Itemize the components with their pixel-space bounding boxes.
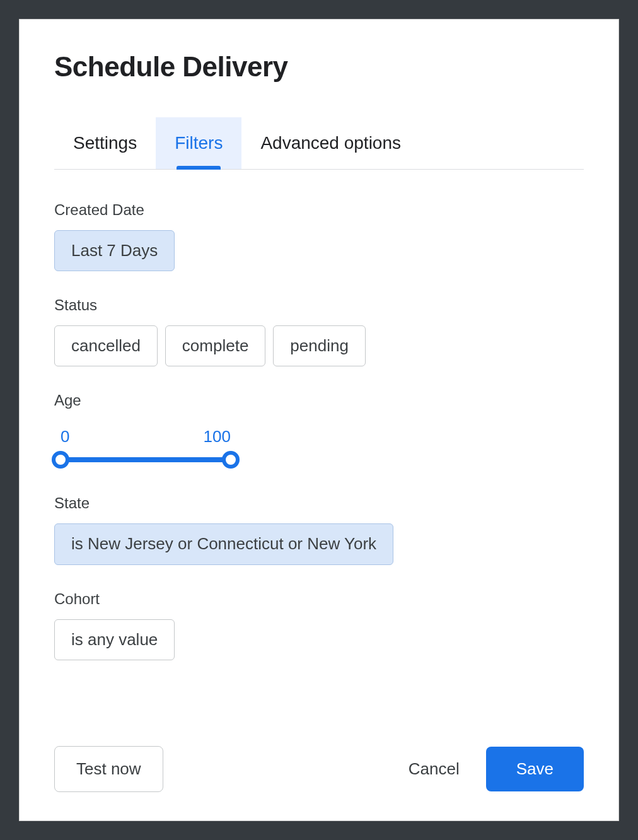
chip-row: is New Jersey or Connecticut or New York [54, 523, 584, 564]
slider-handle-min[interactable] [52, 451, 69, 469]
filter-cohort: Cohort is any value [54, 590, 584, 660]
slider-max-label: 100 [204, 427, 231, 446]
filter-label: Cohort [54, 590, 584, 608]
tabs: Settings Filters Advanced options [54, 117, 584, 170]
tab-advanced-options[interactable]: Advanced options [241, 117, 420, 169]
age-range-slider[interactable]: 0 100 [54, 421, 237, 469]
chip-status-complete[interactable]: complete [165, 325, 266, 366]
slider-values: 0 100 [61, 427, 231, 446]
chip-row: cancelled complete pending [54, 325, 584, 366]
modal-footer: Test now Cancel Save [54, 746, 584, 792]
filter-label: State [54, 494, 584, 512]
filter-label: Status [54, 296, 584, 314]
chip-state[interactable]: is New Jersey or Connecticut or New York [54, 523, 393, 564]
filters-panel: Created Date Last 7 Days Status cancelle… [54, 170, 584, 746]
filter-age: Age 0 100 [54, 392, 584, 469]
slider-track [61, 450, 231, 469]
filter-created-date: Created Date Last 7 Days [54, 201, 584, 271]
modal-title: Schedule Delivery [54, 51, 584, 83]
slider-handle-max[interactable] [222, 451, 240, 469]
slider-min-label: 0 [61, 427, 69, 446]
schedule-delivery-modal: Schedule Delivery Settings Filters Advan… [19, 19, 619, 821]
cancel-button[interactable]: Cancel [401, 747, 467, 791]
chip-created-date[interactable]: Last 7 Days [54, 230, 175, 271]
save-button[interactable]: Save [486, 747, 584, 791]
filter-state: State is New Jersey or Connecticut or Ne… [54, 494, 584, 564]
slider-fill [61, 457, 231, 462]
chip-row: is any value [54, 619, 584, 660]
chip-cohort[interactable]: is any value [54, 619, 175, 660]
test-now-button[interactable]: Test now [54, 746, 163, 792]
chip-status-cancelled[interactable]: cancelled [54, 325, 158, 366]
chip-row: Last 7 Days [54, 230, 584, 271]
tab-filters[interactable]: Filters [156, 117, 241, 169]
filter-label: Created Date [54, 201, 584, 219]
tab-settings[interactable]: Settings [54, 117, 156, 169]
filter-status: Status cancelled complete pending [54, 296, 584, 366]
filter-label: Age [54, 392, 584, 409]
chip-status-pending[interactable]: pending [273, 325, 366, 366]
